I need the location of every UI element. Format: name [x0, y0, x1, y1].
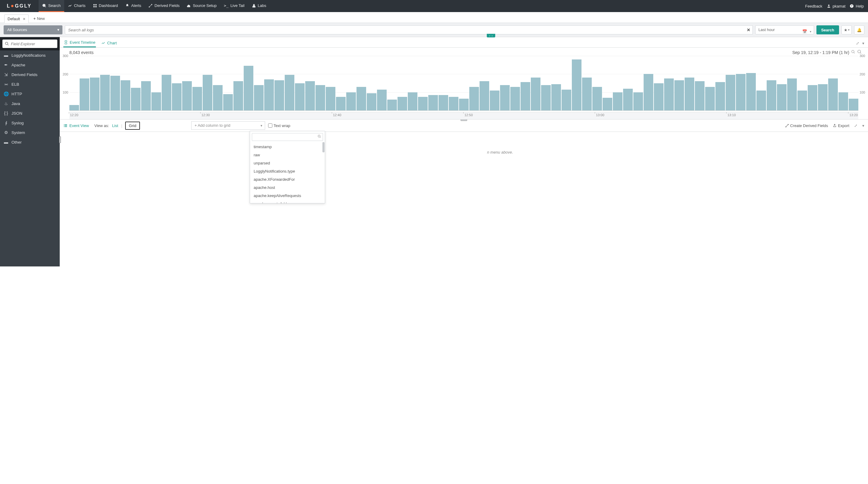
favorite-button[interactable]: ★▾ [841, 25, 852, 34]
bar[interactable] [644, 74, 653, 111]
bar[interactable] [479, 81, 489, 111]
bar[interactable] [90, 78, 99, 111]
bar[interactable] [490, 91, 499, 111]
bar[interactable] [469, 87, 479, 111]
bar[interactable] [315, 85, 325, 111]
bar[interactable] [777, 84, 786, 111]
bar[interactable] [275, 80, 284, 111]
dropdown-search-input[interactable] [252, 133, 323, 141]
event-view-title[interactable]: Event View [63, 123, 89, 128]
bar[interactable] [674, 80, 684, 111]
bar[interactable] [387, 99, 397, 111]
bar[interactable] [849, 99, 858, 111]
dropdown-item[interactable]: raw [250, 151, 325, 159]
clear-icon[interactable]: ✕ [747, 25, 750, 34]
bar[interactable] [746, 73, 756, 111]
bar[interactable] [305, 81, 315, 111]
bar[interactable] [80, 79, 89, 111]
bar[interactable] [664, 79, 674, 111]
new-tab-button[interactable]: + New [30, 14, 48, 23]
bar[interactable] [234, 81, 243, 111]
bar[interactable] [213, 85, 223, 111]
nav-derived-fields[interactable]: Derived Fields [145, 0, 183, 12]
brand-logo[interactable]: L●GGLY [0, 0, 39, 12]
tab-default[interactable]: Default × [4, 14, 29, 23]
nav-dashboard[interactable]: Dashboard [89, 0, 122, 12]
view-grid-button[interactable]: Grid [125, 122, 140, 130]
bar[interactable] [531, 78, 540, 111]
sidebar-item-http[interactable]: 🌐HTTP [0, 89, 60, 99]
bar[interactable] [367, 93, 376, 111]
bar[interactable] [500, 85, 510, 111]
search-input[interactable] [65, 25, 753, 34]
bar[interactable] [111, 76, 120, 111]
nav-source-setup[interactable]: Source Setup [183, 0, 220, 12]
bar[interactable] [377, 90, 386, 111]
bar[interactable] [285, 75, 294, 111]
bar[interactable] [798, 91, 807, 111]
source-select[interactable]: All Sources [4, 25, 62, 34]
bar[interactable] [654, 83, 663, 111]
add-column-select[interactable]: + Add column to grid [191, 121, 265, 130]
scrollbar-thumb[interactable] [322, 142, 324, 152]
nav-labs[interactable]: Labs [248, 0, 270, 12]
dropdown-item[interactable]: apache.remoteAddr [250, 200, 325, 203]
bar[interactable] [223, 94, 233, 111]
expand-icon[interactable]: ⤢ [856, 41, 859, 46]
user-menu[interactable]: pkamat [827, 4, 846, 8]
timerange-select[interactable]: Last hour 📅 ▾ [755, 25, 814, 34]
close-icon[interactable]: × [23, 17, 25, 21]
sidebar-item-system[interactable]: ⚙System [0, 128, 60, 137]
search-button[interactable]: Search [816, 25, 839, 34]
bar[interactable] [838, 92, 848, 111]
bar[interactable] [264, 79, 274, 111]
bar[interactable] [244, 66, 253, 111]
bar[interactable] [828, 79, 838, 111]
bar[interactable] [69, 105, 79, 111]
create-derived-fields-button[interactable]: Create Derived Fields [785, 123, 828, 128]
nav-charts[interactable]: Charts [64, 0, 89, 12]
text-wrap-checkbox[interactable]: Text wrap [268, 123, 290, 128]
bar[interactable] [131, 88, 141, 111]
bar[interactable] [141, 81, 151, 111]
bar[interactable] [726, 75, 735, 111]
bar[interactable] [100, 75, 110, 111]
view-list-button[interactable]: List [112, 123, 118, 128]
feedback-link[interactable]: Feedback [805, 4, 823, 8]
bar[interactable] [459, 99, 469, 111]
text-wrap-input[interactable] [268, 123, 272, 128]
dropdown-item[interactable]: apache.keepAliveRequests [250, 191, 325, 200]
bar[interactable] [408, 92, 417, 111]
export-button[interactable]: Export [833, 123, 849, 128]
sidebar-item-syslog[interactable]: ∮Syslog [0, 118, 60, 128]
bar[interactable] [736, 74, 746, 111]
bar[interactable] [356, 87, 366, 111]
sidebar-item-java[interactable]: ♨Java [0, 99, 60, 108]
dropdown-item[interactable]: apache.XForwardedFor [250, 175, 325, 183]
bar[interactable] [562, 90, 571, 111]
zoom-in-icon[interactable] [851, 50, 855, 55]
bar[interactable] [551, 84, 561, 111]
bar[interactable] [756, 91, 766, 111]
bar[interactable] [767, 80, 776, 111]
sidebar-item-logglynotifications[interactable]: ▬LogglyNotifications [0, 51, 60, 60]
bar[interactable] [592, 87, 602, 111]
bar[interactable] [541, 85, 551, 111]
bar[interactable] [254, 85, 264, 111]
sidebar-item-other[interactable]: ▬Other [0, 137, 60, 147]
bar[interactable] [162, 75, 171, 111]
bar[interactable] [695, 81, 705, 111]
tab-event-timeline[interactable]: Event Timeline [63, 39, 96, 48]
bar[interactable] [572, 59, 582, 111]
dropdown-item[interactable]: unparsed [250, 159, 325, 167]
expand-icon[interactable]: ⤢ [854, 123, 858, 128]
sidebar-item-apache[interactable]: ✒Apache [0, 60, 60, 70]
bar[interactable] [121, 80, 130, 111]
bar[interactable] [438, 95, 448, 111]
sidebar-item-json[interactable]: {:}JSON [0, 108, 60, 118]
bar[interactable] [192, 87, 202, 111]
bar[interactable] [418, 97, 428, 111]
bar[interactable] [715, 82, 725, 111]
bar[interactable] [705, 87, 715, 111]
bar[interactable] [613, 92, 622, 111]
